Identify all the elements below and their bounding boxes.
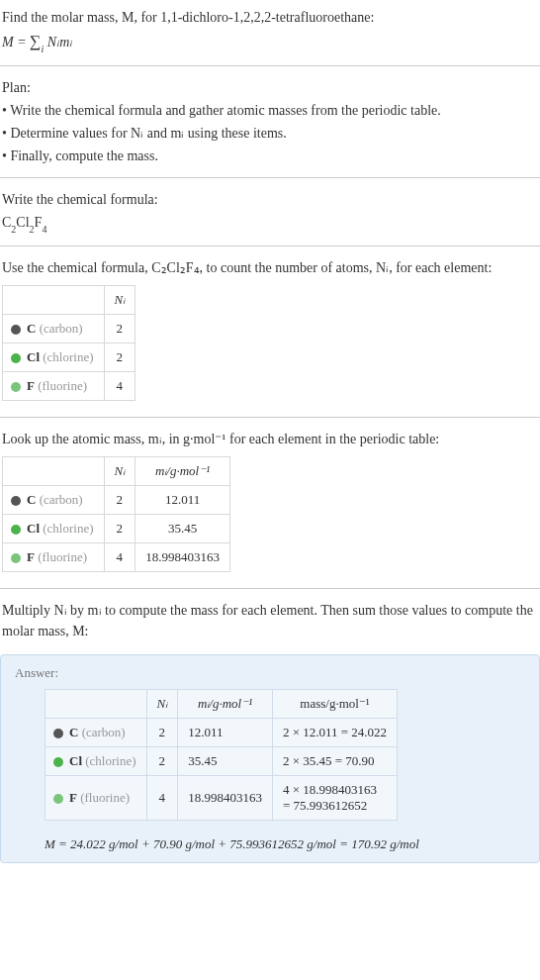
table-header-row: Nᵢ mᵢ/g·mol⁻¹ bbox=[3, 456, 230, 485]
element-cell-chlorine: Cl (chlorine) bbox=[45, 746, 147, 775]
header-mi: mᵢ/g·mol⁻¹ bbox=[178, 689, 273, 718]
mass-value: 2 × 35.45 = 70.90 bbox=[272, 746, 397, 775]
header-empty bbox=[3, 456, 105, 485]
sigma-icon: ∑ bbox=[30, 33, 41, 49]
answer-inner: Nᵢ mᵢ/g·mol⁻¹ mass/g·mol⁻¹ C (carbon) 2 … bbox=[15, 689, 525, 852]
plan-section: Plan: • Write the chemical formula and g… bbox=[0, 70, 540, 173]
ni-value: 2 bbox=[104, 485, 135, 514]
ni-value: 2 bbox=[104, 343, 135, 371]
header-mi: mᵢ/g·mol⁻¹ bbox=[135, 456, 230, 485]
formula-c: C bbox=[2, 215, 11, 230]
mass-line2: = 75.993612652 bbox=[283, 798, 367, 813]
elem-name: (carbon) bbox=[40, 321, 83, 336]
divider bbox=[0, 65, 540, 66]
atom-count-table: Nᵢ C (carbon) 2 Cl (chlorine) 2 F (fluor… bbox=[2, 285, 135, 401]
step1-text: Write the chemical formula: bbox=[2, 188, 538, 211]
header-ni: Nᵢ bbox=[104, 456, 135, 485]
formula-cl: Cl bbox=[16, 215, 29, 230]
answer-label: Answer: bbox=[15, 665, 525, 681]
table-row: C (carbon) 2 12.011 bbox=[3, 485, 230, 514]
fluorine-dot-icon bbox=[53, 794, 63, 804]
formula-cl-sub: 2 bbox=[30, 224, 35, 235]
chlorine-dot-icon bbox=[11, 525, 21, 535]
molar-mass-equation: M = ∑i Nᵢmᵢ bbox=[2, 29, 538, 55]
elem-name: (chlorine) bbox=[43, 349, 93, 364]
table-row: C (carbon) 2 12.011 2 × 12.011 = 24.022 bbox=[45, 718, 398, 746]
elem-name: (fluorine) bbox=[38, 378, 87, 393]
ni-value: 2 bbox=[146, 746, 178, 775]
final-result: M = 24.022 g/mol + 70.90 g/mol + 75.9936… bbox=[45, 827, 525, 852]
elem-name: (carbon) bbox=[40, 492, 83, 507]
carbon-dot-icon bbox=[11, 496, 21, 506]
plan-bullet-1: • Write the chemical formula and gather … bbox=[2, 99, 538, 122]
intro: Find the molar mass, M, for 1,1-dichloro… bbox=[0, 0, 540, 61]
mi-value: 35.45 bbox=[178, 746, 273, 775]
fluorine-dot-icon bbox=[11, 553, 21, 563]
table-row: C (carbon) 2 bbox=[3, 314, 135, 343]
formula-f-sub: 4 bbox=[42, 224, 46, 235]
header-ni: Nᵢ bbox=[146, 689, 178, 718]
table-row: F (fluorine) 4 18.998403163 bbox=[3, 542, 230, 571]
ni-value: 4 bbox=[146, 775, 178, 820]
element-cell-carbon: C (carbon) bbox=[3, 485, 105, 514]
element-cell-carbon: C (carbon) bbox=[3, 314, 105, 343]
mi-value: 12.011 bbox=[178, 718, 273, 746]
mi-value: 18.998403163 bbox=[178, 775, 273, 820]
elem-sym: C bbox=[27, 321, 36, 336]
ni-value: 2 bbox=[146, 718, 178, 746]
eq-rhs: Nᵢmᵢ bbox=[44, 35, 72, 49]
plan-heading: Plan: bbox=[2, 76, 538, 99]
sigma-sub: i bbox=[42, 44, 45, 54]
elem-name: (chlorine) bbox=[43, 521, 93, 536]
chlorine-dot-icon bbox=[53, 757, 63, 767]
elem-sym: C bbox=[69, 725, 78, 739]
step3-text: Look up the atomic mass, mᵢ, in g·mol⁻¹ … bbox=[2, 428, 538, 450]
ni-value: 2 bbox=[104, 314, 135, 343]
mass-value: 2 × 12.011 = 24.022 bbox=[272, 718, 397, 746]
element-cell-fluorine: F (fluorine) bbox=[45, 775, 147, 820]
element-cell-chlorine: Cl (chlorine) bbox=[3, 514, 105, 542]
table-row: Cl (chlorine) 2 bbox=[3, 343, 135, 371]
carbon-dot-icon bbox=[11, 325, 21, 335]
header-empty bbox=[3, 285, 105, 314]
fluorine-dot-icon bbox=[11, 382, 21, 392]
elem-name: (chlorine) bbox=[85, 753, 135, 768]
step-count-atoms: Use the chemical formula, C₂Cl₂F₄, to co… bbox=[0, 250, 540, 413]
carbon-dot-icon bbox=[53, 729, 63, 738]
answer-table: Nᵢ mᵢ/g·mol⁻¹ mass/g·mol⁻¹ C (carbon) 2 … bbox=[45, 689, 398, 821]
mi-value: 35.45 bbox=[135, 514, 230, 542]
chemical-formula: C2Cl2F4 bbox=[2, 211, 538, 236]
mi-value: 12.011 bbox=[135, 485, 230, 514]
table-row: F (fluorine) 4 bbox=[3, 371, 135, 400]
intro-text: Find the molar mass, M, for 1,1-dichloro… bbox=[2, 6, 538, 29]
elem-sym: F bbox=[27, 549, 35, 564]
table-header-row: Nᵢ bbox=[3, 285, 135, 314]
table-header-row: Nᵢ mᵢ/g·mol⁻¹ mass/g·mol⁻¹ bbox=[45, 689, 398, 718]
mass-line1: 4 × 18.998403163 bbox=[283, 782, 377, 797]
element-cell-chlorine: Cl (chlorine) bbox=[3, 343, 105, 371]
header-ni: Nᵢ bbox=[104, 285, 135, 314]
atomic-mass-table: Nᵢ mᵢ/g·mol⁻¹ C (carbon) 2 12.011 Cl (ch… bbox=[2, 456, 230, 572]
elem-sym: F bbox=[69, 790, 77, 805]
eq-lhs: M = bbox=[2, 35, 30, 49]
mi-value: 18.998403163 bbox=[135, 542, 230, 571]
element-cell-fluorine: F (fluorine) bbox=[3, 371, 105, 400]
header-empty bbox=[45, 689, 147, 718]
chlorine-dot-icon bbox=[11, 353, 21, 363]
divider bbox=[0, 417, 540, 418]
elem-name: (fluorine) bbox=[80, 790, 130, 805]
elem-name: (fluorine) bbox=[38, 549, 87, 564]
elem-sym: Cl bbox=[27, 349, 40, 364]
ni-value: 2 bbox=[104, 514, 135, 542]
header-mass: mass/g·mol⁻¹ bbox=[272, 689, 397, 718]
table-row: Cl (chlorine) 2 35.45 bbox=[3, 514, 230, 542]
elem-sym: Cl bbox=[27, 521, 40, 536]
ni-value: 4 bbox=[104, 371, 135, 400]
elem-sym: F bbox=[27, 378, 35, 393]
divider bbox=[0, 245, 540, 246]
divider bbox=[0, 588, 540, 589]
divider bbox=[0, 177, 540, 178]
table-row: F (fluorine) 4 18.998403163 4 × 18.99840… bbox=[45, 775, 398, 820]
step-atomic-mass: Look up the atomic mass, mᵢ, in g·mol⁻¹ … bbox=[0, 422, 540, 584]
table-row: Cl (chlorine) 2 35.45 2 × 35.45 = 70.90 bbox=[45, 746, 398, 775]
